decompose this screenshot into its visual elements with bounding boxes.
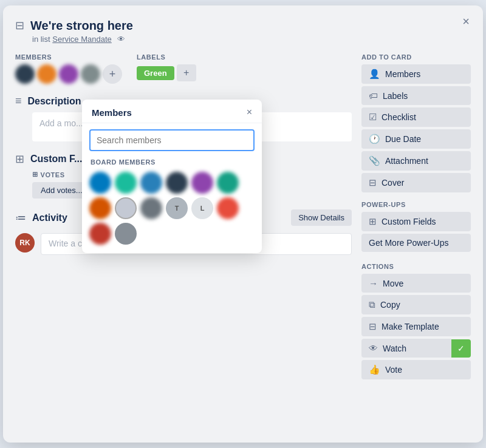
make-template-button[interactable]: ⊟ Make Template [361, 317, 471, 336]
show-details-button[interactable]: Show Details [291, 209, 352, 226]
watch-row: 👁 Watch ✓ [361, 339, 471, 358]
custom-fields-icon: ⊞ [15, 152, 24, 166]
checklist-icon: ☑ [369, 112, 377, 123]
vote-icon: 👍 [369, 364, 380, 375]
member-av-4[interactable] [166, 172, 188, 194]
members-label: MEMBERS [15, 53, 122, 61]
member-av-10[interactable]: T [166, 197, 188, 219]
member-av-12[interactable] [217, 197, 239, 219]
watch-sidebar-icon: 👁 [369, 343, 378, 353]
member-av-1[interactable] [89, 172, 111, 194]
avatar-4[interactable] [81, 64, 100, 84]
comment-avatar: RK [15, 233, 35, 253]
checklist-button[interactable]: ☑ Checklist [361, 107, 471, 127]
member-av-8[interactable] [115, 197, 137, 219]
watch-button[interactable]: 👁 Watch [361, 339, 451, 358]
member-av-11[interactable]: L [191, 197, 213, 219]
cover-button[interactable]: ⊟ Cover [361, 173, 471, 192]
vote-button[interactable]: 👍 Vote [361, 360, 471, 379]
copy-button[interactable]: ⧉ Copy [361, 295, 471, 314]
green-label-button[interactable]: Green [137, 66, 174, 80]
card-title: We're strong here [30, 18, 133, 33]
search-members-input[interactable] [89, 129, 255, 151]
labels-section: LABELS Green + [137, 53, 196, 84]
card-title-row: ⊟ We're strong here [15, 18, 471, 33]
labels-label: LABELS [137, 53, 196, 61]
card-modal: × ⊟ We're strong here in list Service Ma… [3, 5, 483, 443]
custom-fields-button[interactable]: ⊞ Custom Fields [361, 212, 471, 231]
member-av-13[interactable] [89, 223, 111, 245]
move-icon: → [369, 278, 378, 288]
card-subtitle: in list Service Mandate 👁 [32, 35, 471, 44]
member-av-6[interactable] [217, 172, 239, 194]
activity-icon: ≔ [15, 211, 26, 225]
card-icon: ⊟ [15, 19, 24, 32]
attachment-button[interactable]: 📎 Attachment [361, 151, 471, 171]
description-icon: ≡ [15, 95, 22, 107]
watch-icon[interactable]: 👁 [117, 35, 125, 44]
activity-title-row: ≔ Activity [15, 211, 67, 225]
description-title: Description [28, 96, 81, 107]
labels-icon: 🏷 [369, 90, 378, 101]
member-av-14[interactable] [115, 223, 137, 245]
labels-list: Green + [137, 64, 196, 81]
popup-header: Members × [82, 100, 262, 123]
custom-fields-title: Custom F... [30, 154, 82, 165]
get-more-power-ups-button[interactable]: Get More Power-Ups [361, 234, 471, 252]
popup-close-button[interactable]: × [247, 107, 252, 118]
member-avatars-grid: T L [82, 169, 262, 253]
add-member-button[interactable]: + [103, 64, 122, 84]
votes-icon: ⊞ [32, 171, 38, 178]
member-av-2[interactable] [115, 172, 137, 194]
add-label-button[interactable]: + [177, 64, 196, 81]
custom-fields-sidebar-icon: ⊞ [369, 216, 377, 227]
make-template-icon: ⊟ [369, 321, 377, 332]
avatar-2[interactable] [37, 64, 56, 84]
member-av-3[interactable] [140, 172, 162, 194]
members-section: MEMBERS + [15, 53, 122, 84]
add-to-card-label: ADD TO CARD [361, 53, 471, 61]
meta-row: MEMBERS + LABELS Green + [15, 53, 352, 84]
copy-icon: ⧉ [369, 299, 375, 310]
members-icon: 👤 [369, 69, 380, 80]
actions-label: ACTIONS [361, 263, 471, 270]
avatar-1[interactable] [15, 64, 35, 84]
due-date-icon: 🕐 [369, 134, 380, 144]
due-date-button[interactable]: 🕐 Due Date [361, 129, 471, 149]
activity-title: Activity [32, 212, 67, 223]
labels-button[interactable]: 🏷 Labels [361, 86, 471, 105]
member-av-7[interactable] [89, 197, 111, 219]
avatars-list: + [15, 64, 122, 84]
move-button[interactable]: → Move [361, 274, 471, 293]
list-link[interactable]: Service Mandate [52, 35, 112, 44]
power-ups-label: POWER-UPS [361, 201, 471, 208]
avatar-3[interactable] [59, 64, 78, 84]
close-button[interactable]: × [459, 14, 473, 29]
attachment-icon: 📎 [369, 155, 380, 166]
watch-check-button[interactable]: ✓ [451, 339, 471, 358]
members-popup: Members × BOARD MEMBERS T L [82, 100, 262, 253]
right-sidebar: ADD TO CARD 👤 Members 🏷 Labels ☑ Checkli… [361, 53, 471, 382]
members-button[interactable]: 👤 Members [361, 64, 471, 84]
member-av-5[interactable] [191, 172, 213, 194]
cover-icon: ⊟ [369, 177, 377, 188]
board-members-label: BOARD MEMBERS [82, 156, 262, 169]
popup-title: Members [92, 107, 132, 118]
member-av-9[interactable] [140, 197, 162, 219]
